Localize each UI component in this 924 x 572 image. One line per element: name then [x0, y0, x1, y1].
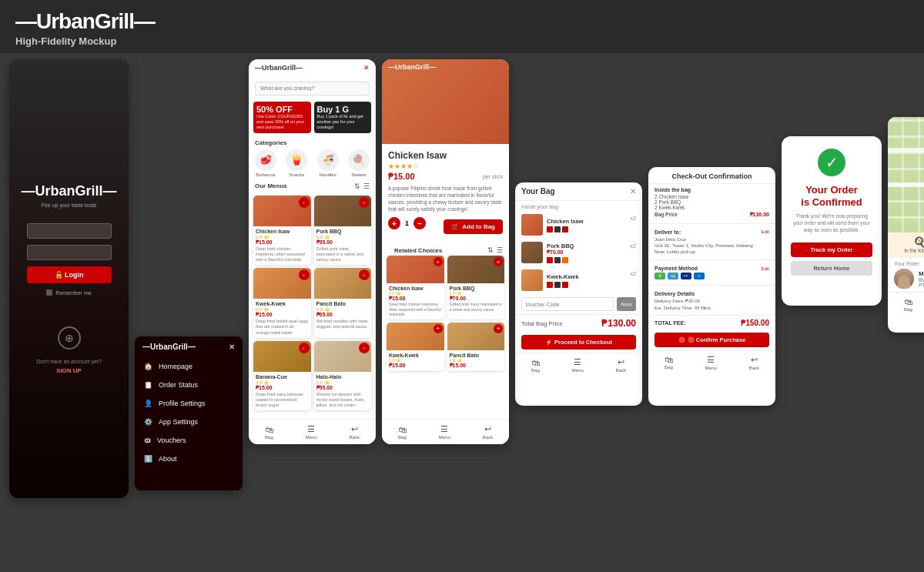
menu-card-bbq[interactable]: + Pork BBQ 5.0 ⭐ ₱35.00 Grilled pork mea…	[314, 196, 372, 265]
total-fee-price: ₱150.00	[741, 319, 769, 327]
promo-card-2[interactable]: Buy 1 G Buy 1 pack of fis and get anothe…	[314, 102, 372, 133]
bottom-menu[interactable]: ☰ Menu	[306, 424, 317, 440]
category-noodles[interactable]: 🍜 Noodles	[317, 149, 339, 177]
checkout-bottom-menu[interactable]: ☰ Menu	[705, 355, 717, 370]
category-barbecue[interactable]: 🥩 Barbecue	[255, 149, 276, 177]
deliver-edit-button[interactable]: Edit	[762, 229, 769, 234]
sidebar-item-order-status[interactable]: 📋 Order Status	[135, 376, 243, 394]
sidebar-item-homepage[interactable]: 🏠 Homepage	[135, 357, 243, 376]
promo-card-1[interactable]: 50% OFF Use Code: COURSE350 and save 30%…	[253, 102, 311, 133]
our-menus-label: Our Menus	[255, 182, 287, 189]
menu-close-button[interactable]: ✕	[363, 64, 370, 72]
inside-bag-label: Inside your bag	[515, 201, 642, 211]
bottom-bag[interactable]: 🛍 Bag	[265, 425, 273, 440]
menu-card-isaw[interactable]: + Chicken Isaw 5.0 ⭐ ₱15.00 Deep fried c…	[253, 196, 311, 265]
related-card-pancit[interactable]: + Pancit Bato 4.9 ⭐ ₱15.00	[447, 323, 505, 371]
related-card-kwek[interactable]: + Kwek-Kwek 5.0 ⭐ ₱15.00	[387, 323, 444, 371]
related-card-isaw[interactable]: + Chicken Isaw 5.0 ⭐ ₱15.00 Deep fried c…	[387, 256, 444, 319]
back-label2: Back	[483, 435, 493, 440]
rider-avatar-body	[898, 275, 910, 289]
username-input[interactable]	[27, 223, 112, 239]
delivery-fee: Delivery Fees: ₱20.00	[654, 298, 769, 305]
pancit-price: ₱65.00	[316, 312, 370, 318]
bag-kwek-info: Kwek-Kwek	[547, 273, 627, 288]
login-button[interactable]: 🔓 Login	[27, 266, 112, 283]
payment-edit-button[interactable]: Edit	[762, 266, 769, 271]
sidebar-item-about[interactable]: ℹ️ About	[135, 450, 243, 468]
menu-card-halo[interactable]: + Halo-Halo 5.0 ⭐ ₱55.00 Shaved ice dess…	[314, 341, 372, 410]
menu-top-bar: —UrbanGrill— ✕	[249, 59, 376, 76]
voucher-input[interactable]	[521, 297, 614, 311]
checkout-bottom-back[interactable]: ↩ Back	[749, 355, 759, 370]
bbq-badge: +	[359, 197, 370, 208]
profile-icon: 👤	[144, 400, 152, 407]
category-snacks[interactable]: 🍟 Snacks	[286, 149, 307, 177]
kwek-name: Kwek-Kwek	[256, 301, 309, 306]
bag-label5: Bag	[904, 307, 912, 312]
cat-barbecue-label: Barbecue	[256, 172, 276, 177]
bag-price-value: ₱130.00	[750, 212, 769, 218]
return-home-button[interactable]: Return Home	[791, 261, 872, 276]
bottom-back[interactable]: ↩ Back	[350, 424, 360, 440]
menu-card-kwek[interactable]: + Kwek-Kwek 5.0 ⭐ ₱15.00 Deep fried boil…	[253, 268, 311, 337]
kitchen-icon: 🍳	[913, 236, 924, 248]
apply-button[interactable]: Apply	[617, 297, 636, 311]
pancit-desc: Stir-fried noodles with meat, veggies, a…	[316, 319, 370, 329]
bag-kwek-qty: x2	[631, 271, 636, 276]
bag-bottom-back[interactable]: ↩ Back	[616, 357, 626, 373]
bag-bottom-menu[interactable]: ☰ Menu	[572, 357, 584, 373]
bag-label2: Bag	[398, 435, 407, 440]
product-info: Chicken Isaw ★★★★☆ ₱15.00 per stick A po…	[382, 144, 509, 242]
track-order-button[interactable]: Track my Order	[791, 243, 872, 257]
related-kwek-name: Kwek-Kwek	[389, 353, 442, 358]
menu-card-pancit[interactable]: + Pancit Bato 4.9 ⭐ ₱65.00 Stir-fried no…	[314, 268, 372, 337]
remember-checkbox[interactable]	[46, 289, 52, 296]
sidebar-item-vouchers[interactable]: 🎟 Vouchers	[135, 431, 243, 450]
category-sweets[interactable]: 🍭 Sweets	[348, 149, 370, 177]
address-name: Juan Dela Cruz	[654, 236, 769, 243]
related-filter-icon[interactable]: ☰	[497, 246, 503, 254]
filter-icon[interactable]: ☰	[363, 182, 370, 190]
product-bottom-bag[interactable]: 🛍 Bag	[398, 425, 407, 440]
noodles-icon: 🍜	[317, 149, 339, 171]
qty-increase-button[interactable]: +	[388, 217, 400, 229]
related-kwek-img: +	[387, 323, 444, 350]
sidebar-close-button[interactable]: ✕	[229, 343, 235, 351]
gcash-icon[interactable]: G	[694, 273, 705, 279]
color-swatch	[562, 282, 568, 288]
product-bottom-back[interactable]: ↩ Back	[483, 424, 493, 440]
deliver-row: Deliver to: Edit	[654, 229, 769, 236]
cash-icon[interactable]: $	[654, 273, 665, 279]
confirm-purchase-button[interactable]: 🔴 🔴 Confirm Purchase	[654, 333, 769, 347]
paypal-icon[interactable]: PP	[681, 273, 691, 279]
halo-badge: +	[359, 343, 370, 353]
color-swatch	[554, 257, 561, 263]
product-header-image: —UrbanGrill—	[382, 59, 509, 144]
checkout-bottom-bag[interactable]: 🛍 Bag	[665, 355, 673, 370]
proceed-to-checkout-button[interactable]: ⚡ Proceed to Checkout	[521, 335, 636, 350]
password-input[interactable]	[27, 245, 112, 260]
screen-product-detail: —UrbanGrill— Chicken Isaw ★★★★☆ ₱15.00 p…	[382, 59, 509, 444]
related-card-bbq[interactable]: + Pork BBQ 5.0 ⭐ ₱70.00 Grilled pork mea…	[447, 256, 505, 319]
menu-card-banana[interactable]: + Banana-Cue 4.8 ⭐ ₱15.00 Deep-fried sab…	[253, 341, 311, 410]
bag-isaw-info: Chicken Isaw	[547, 218, 627, 232]
bag-bottom-bag[interactable]: 🛍 Bag	[531, 358, 540, 373]
sidebar-item-profile[interactable]: 👤 Profile Settings	[135, 394, 243, 413]
qty-decrease-button[interactable]: −	[413, 217, 426, 229]
product-bottom-menu[interactable]: ☰ Menu	[439, 424, 450, 440]
map-area: ⊕	[888, 117, 924, 232]
sort-icon[interactable]: ⇅	[354, 182, 360, 190]
our-menus-row: Our Menus ⇅ ☰	[249, 180, 376, 192]
search-input[interactable]	[255, 82, 370, 95]
sidebar-item-app-settings[interactable]: ⚙️ App Settings	[135, 413, 243, 431]
related-sort-icon[interactable]: ⇅	[487, 246, 494, 254]
add-to-bag-button[interactable]: 🛒 Add to Bag	[444, 219, 503, 234]
related-kwek-body: Kwek-Kwek 5.0 ⭐ ₱15.00	[387, 350, 444, 371]
color-swatch	[547, 282, 553, 288]
tracking-bottom-bag[interactable]: 🛍 Bag	[904, 297, 912, 312]
bag-close-button[interactable]: ✕	[630, 187, 636, 196]
card-icon[interactable]: 💳	[668, 273, 678, 279]
signup-link[interactable]: SIGN UP	[56, 367, 82, 374]
rider-info: Michael M. Black Moto Click 125 PT-K300	[919, 270, 924, 288]
categories-row: 🥩 Barbecue 🍟 Snacks 🍜 Noodles 🍭 Sweets	[249, 148, 376, 180]
